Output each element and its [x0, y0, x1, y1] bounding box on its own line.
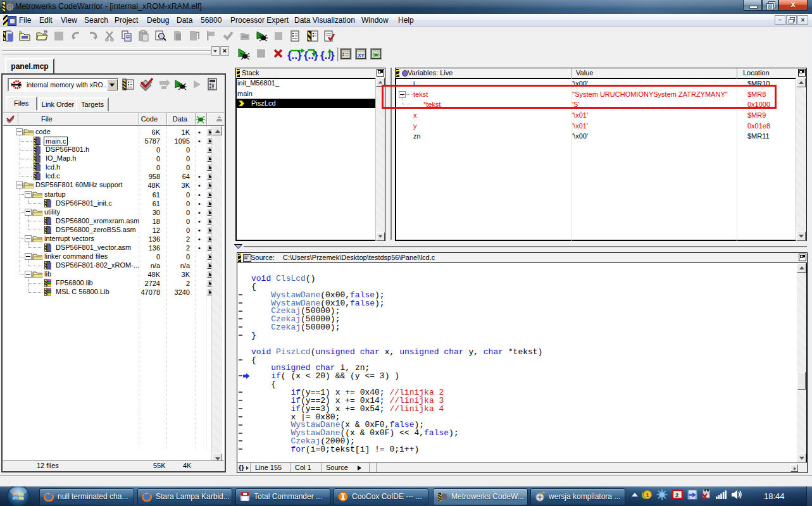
svg-text:{..}: {..} — [320, 49, 335, 61]
svg-text:1: 1 — [646, 492, 649, 498]
svg-text:2: 2 — [675, 491, 678, 498]
svg-text:XY: XY — [358, 52, 365, 58]
svg-text:{..}: {..} — [304, 49, 318, 61]
